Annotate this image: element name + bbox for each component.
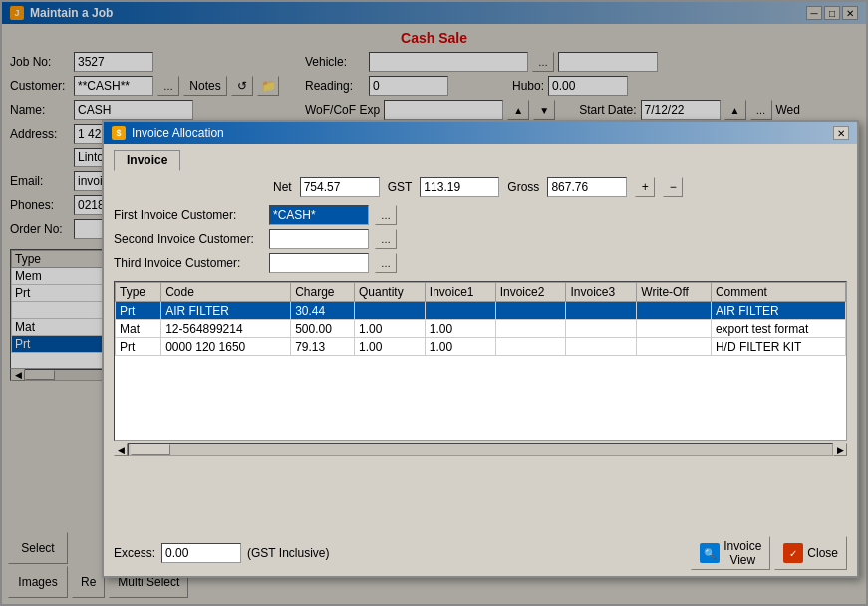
plus-button[interactable]: + — [635, 177, 655, 197]
excess-label: Excess: — [114, 546, 155, 560]
invoice-dialog: $ Invoice Allocation ✕ Invoice Net GST G… — [102, 120, 859, 578]
col-comment-header: Comment — [711, 283, 845, 302]
line-inv3 — [566, 302, 637, 320]
col-inv2-header: Invoice2 — [495, 283, 566, 302]
line-item-row[interactable]: Mat 12-564899214 500.00 1.00 1.00 export… — [116, 320, 846, 338]
gross-input[interactable] — [547, 177, 627, 197]
line-comment: AIR FILTER — [711, 302, 845, 320]
line-comment: H/D FILTER KIT — [711, 338, 845, 356]
net-label: Net — [273, 180, 292, 194]
line-charge: 79.13 — [291, 338, 355, 356]
line-charge: 30.44 — [291, 302, 355, 320]
line-inv1 — [425, 302, 495, 320]
net-input[interactable] — [300, 177, 380, 197]
second-customer-input[interactable] — [269, 229, 369, 249]
col-code-header: Code — [161, 283, 291, 302]
col-writeoff-header: Write-Off — [637, 283, 712, 302]
col-inv1-header: Invoice1 — [425, 283, 495, 302]
invoice-view-label: InvoiceView — [723, 539, 761, 567]
line-inv1: 1.00 — [425, 338, 495, 356]
second-customer-label: Second Invoice Customer: — [114, 232, 263, 246]
line-qty: 1.00 — [354, 338, 425, 356]
close-dialog-button[interactable]: ✓ Close — [774, 536, 847, 570]
main-window: J Maintain a Job ─ □ ✕ Cash Sale Job No:… — [0, 0, 868, 606]
line-inv2 — [495, 320, 566, 338]
third-customer-label: Third Invoice Customer: — [114, 256, 263, 270]
dialog-icon: $ — [112, 126, 126, 140]
second-customer-browse-button[interactable]: … — [375, 229, 397, 249]
line-code: 12-564899214 — [161, 320, 291, 338]
line-charge: 500.00 — [291, 320, 355, 338]
tab-invoice[interactable]: Invoice — [114, 150, 180, 171]
line-writeoff — [637, 302, 712, 320]
table-scroll-thumb[interactable] — [131, 444, 170, 455]
gst-input[interactable] — [420, 177, 499, 197]
line-code: AIR FILTER — [161, 302, 291, 320]
line-comment: export test format — [711, 320, 845, 338]
col-charge-header: Charge — [291, 283, 355, 302]
line-inv1: 1.00 — [425, 320, 495, 338]
close-dialog-label: Close — [807, 546, 838, 560]
dialog-close-icon[interactable]: ✕ — [833, 126, 849, 140]
line-qty — [354, 302, 425, 320]
line-qty: 1.00 — [354, 320, 425, 338]
dialog-title-bar: $ Invoice Allocation ✕ — [104, 122, 857, 144]
close-icon: ✓ — [783, 543, 803, 563]
third-customer-input[interactable] — [269, 253, 369, 273]
line-writeoff — [637, 338, 712, 356]
line-code: 0000 120 1650 — [161, 338, 291, 356]
line-type: Prt — [116, 302, 161, 320]
invoice-view-button[interactable]: 🔍 InvoiceView — [691, 536, 770, 570]
excess-input[interactable] — [161, 543, 241, 563]
gst-inclusive-label: (GST Inclusive) — [247, 546, 329, 560]
invoice-view-icon: 🔍 — [700, 543, 720, 563]
gst-label: GST — [388, 180, 413, 194]
line-type: Mat — [116, 320, 161, 338]
line-inv3 — [566, 320, 637, 338]
col-qty-header: Quantity — [354, 283, 425, 302]
minus-button[interactable]: − — [663, 177, 683, 197]
line-inv2 — [495, 338, 566, 356]
line-inv2 — [495, 302, 566, 320]
first-customer-input[interactable] — [269, 205, 369, 225]
line-item-row[interactable]: Prt AIR FILTER 30.44 AIR FILTER — [116, 302, 846, 320]
gross-label: Gross — [507, 180, 539, 194]
first-customer-label: First Invoice Customer: — [114, 208, 263, 222]
col-type-header: Type — [116, 283, 161, 302]
line-writeoff — [637, 320, 712, 338]
line-inv3 — [566, 338, 637, 356]
third-customer-browse-button[interactable]: … — [375, 253, 397, 273]
table-scroll-left-button[interactable]: ◀ — [114, 443, 128, 456]
first-customer-browse-button[interactable]: … — [375, 205, 397, 225]
table-scroll-right-button[interactable]: ▶ — [833, 443, 847, 456]
dialog-title: Invoice Allocation — [132, 126, 224, 140]
col-inv3-header: Invoice3 — [566, 283, 637, 302]
line-item-row[interactable]: Prt 0000 120 1650 79.13 1.00 1.00 H/D FI… — [116, 338, 846, 356]
line-type: Prt — [116, 338, 161, 356]
